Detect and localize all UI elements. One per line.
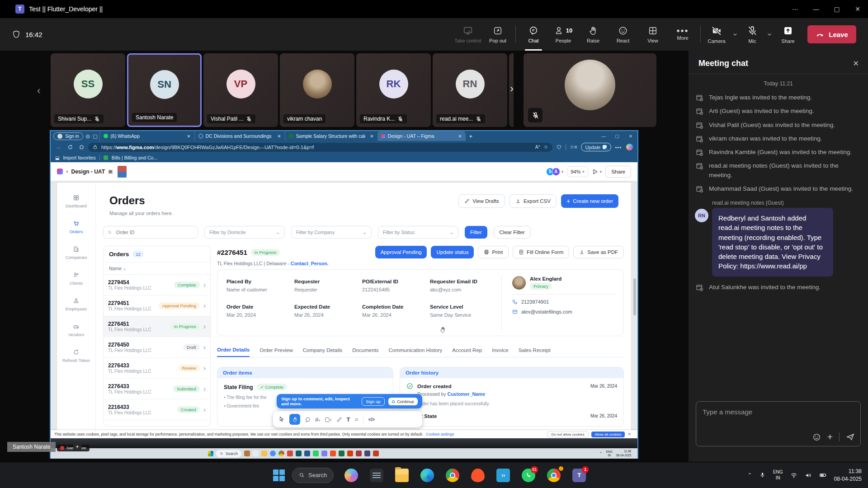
attach-plus-icon[interactable]: + (827, 433, 833, 441)
pinned-app-icon[interactable] (373, 450, 379, 456)
shape-tool-icon[interactable]: ▢▾ (325, 416, 331, 422)
bookmark-item[interactable]: Import favorites (63, 155, 95, 160)
copilot-icon[interactable] (626, 144, 633, 150)
order-row[interactable]: 2276433TL Flex Holdings LLC Submitted › (104, 379, 210, 399)
tab-close-icon[interactable]: ✕ (277, 134, 281, 139)
pinned-app-icon[interactable] (313, 450, 319, 456)
order-id-input[interactable] (115, 229, 193, 235)
new-tab-icon[interactable]: + (469, 133, 473, 140)
edge-icon[interactable] (420, 469, 434, 482)
video-tile[interactable]: vikram chavan (280, 53, 354, 127)
tray-chevron-icon[interactable]: ⌃ (599, 451, 603, 456)
home-icon[interactable] (79, 144, 85, 150)
google-continue-button[interactable]: GContinue (388, 398, 418, 405)
cookie-settings-link[interactable]: Cookies settings (426, 432, 454, 436)
collaborator-avatar[interactable]: A (552, 168, 560, 176)
filter-status-select[interactable]: Filter by Status⌄ (378, 226, 458, 239)
battery-icon[interactable] (819, 471, 827, 479)
mic-button[interactable]: Mic (741, 18, 764, 51)
sidebar-item-employees[interactable]: Employees (66, 297, 87, 311)
tab-close-icon[interactable]: ✕ (458, 134, 462, 139)
chevron-down-icon[interactable]: ▾ (66, 169, 68, 174)
read-aloud-icon[interactable]: A° (535, 145, 540, 150)
figma-doc-title[interactable]: Design - UAT (71, 169, 105, 175)
contact-person-link[interactable]: Contact_Person. (291, 261, 328, 266)
video-tile[interactable]: VP Vishal Patil ... (203, 53, 278, 127)
shared-language-indicator[interactable]: ENGIN (606, 450, 613, 457)
address-bar[interactable]: https://www.figma.com/design/9BKQ0FOHRWa… (88, 143, 552, 152)
tiles-prev-icon[interactable]: ‹ (37, 85, 40, 97)
filter-company-select[interactable]: Filter by Company⌄ (291, 226, 372, 239)
raise-hand-button[interactable]: Raise (578, 18, 608, 51)
pinned-app-icon[interactable] (270, 450, 276, 456)
canvas-scrollbar[interactable] (633, 278, 636, 315)
pinned-app-icon[interactable] (244, 450, 250, 456)
cookie-close-icon[interactable]: ✕ (627, 432, 631, 436)
figma-menu-icon[interactable] (57, 169, 63, 174)
tab-order-details[interactable]: Order Details (217, 347, 250, 357)
browser-tab-active[interactable]: Design - UAT – Figma✕ (377, 131, 466, 141)
minimize-button[interactable]: — (806, 5, 826, 13)
maximize-button[interactable]: ▢ (826, 5, 847, 13)
save-as-pdf-button[interactable]: Save as PDF (573, 246, 624, 258)
close-button[interactable]: ✕ (847, 5, 868, 13)
pinned-app-icon[interactable] (261, 450, 267, 456)
filter-button[interactable]: Filter (465, 226, 487, 239)
pinned-app-icon[interactable] (253, 450, 259, 456)
view-button[interactable]: View (638, 18, 668, 51)
order-row[interactable]: 2279451TL Flex Holdings LLC Approval Pen… (104, 296, 210, 316)
order-row[interactable]: 2276450TL Flex Holdings LLC Draft › (104, 337, 210, 358)
pinned-app-icon[interactable] (287, 450, 293, 456)
present-button[interactable]: ▾ (592, 169, 602, 175)
list-sort-header[interactable]: Name↓ (104, 263, 210, 275)
order-row[interactable]: 2279454TL Flex Holdings LLC Complete › (104, 275, 210, 296)
sidebar-item-companies[interactable]: Companies (65, 246, 87, 260)
video-tile[interactable]: SS Shivani Sup... (51, 53, 125, 127)
sidebar-item-clients[interactable]: Clients (70, 272, 83, 286)
frame-tool-icon[interactable]: #▾ (315, 416, 320, 423)
export-csv-button[interactable]: Export CSV (509, 194, 557, 208)
tab-sales-receipt[interactable]: Sales Receipt (519, 347, 551, 357)
teams-icon[interactable]: T1 (572, 469, 586, 482)
react-button[interactable]: React (608, 18, 638, 51)
copilot-icon[interactable] (344, 469, 358, 482)
volume-icon[interactable] (805, 472, 812, 479)
browser-tab[interactable]: DC Divisions and Surroundings✕ (194, 131, 285, 141)
figma-share-button[interactable]: Share (605, 166, 631, 178)
taskbar-search[interactable]: Search (292, 468, 334, 483)
pinned-app-icon[interactable] (356, 450, 362, 456)
people-button[interactable]: 10 People (548, 18, 578, 51)
workspaces-icon[interactable]: ◎ (86, 133, 90, 139)
tray-mic-icon[interactable] (759, 472, 766, 479)
order-row[interactable]: 2216433TL Flex Holdings LLC Created › (104, 399, 210, 420)
refresh-icon[interactable] (67, 144, 73, 150)
text-tool-icon[interactable]: T (347, 416, 350, 423)
sidebar-item-dashboard[interactable]: Dashboard (66, 194, 86, 208)
fill-online-form-button[interactable]: Fill Online Form (513, 246, 569, 258)
pinned-app-icon[interactable] (347, 450, 353, 456)
clear-filter-button[interactable]: Clear Filter (494, 226, 531, 239)
contact-email[interactable]: alex@vstatefilings.com (521, 309, 572, 314)
dev-mode-icon[interactable]: </> (368, 417, 375, 422)
move-tool-icon[interactable] (278, 416, 285, 422)
sidebar-item-refresh-token[interactable]: Refresh Token (62, 349, 90, 363)
tab-order-preview[interactable]: Order Preview (259, 347, 293, 357)
tiles-next-icon[interactable]: › (510, 82, 514, 95)
pinned-app-icon[interactable] (330, 450, 336, 456)
start-button[interactable] (273, 469, 285, 481)
spotlight-tile[interactable] (524, 53, 656, 127)
back-icon[interactable]: ← (56, 144, 62, 150)
leave-button[interactable]: Leave (807, 25, 856, 43)
print-button[interactable]: Print (478, 246, 509, 258)
browser-tab[interactable]: Sample Salary Structure with calc✕ (285, 131, 377, 141)
chat-button[interactable]: Chat (519, 18, 548, 51)
shared-search-box[interactable]: Search (216, 450, 241, 457)
chevron-down-icon[interactable]: ▾ (561, 169, 564, 174)
tab-account-rep[interactable]: Account Rep (452, 347, 482, 357)
whatsapp-icon[interactable]: 81 (522, 469, 535, 482)
tab-documents[interactable]: Documents (352, 347, 378, 357)
start-icon[interactable] (208, 451, 213, 456)
browser-minimize-icon[interactable]: — (597, 134, 610, 139)
tab-communication-history[interactable]: Communication History (388, 347, 442, 357)
browser-close-icon[interactable]: ✕ (624, 134, 637, 139)
